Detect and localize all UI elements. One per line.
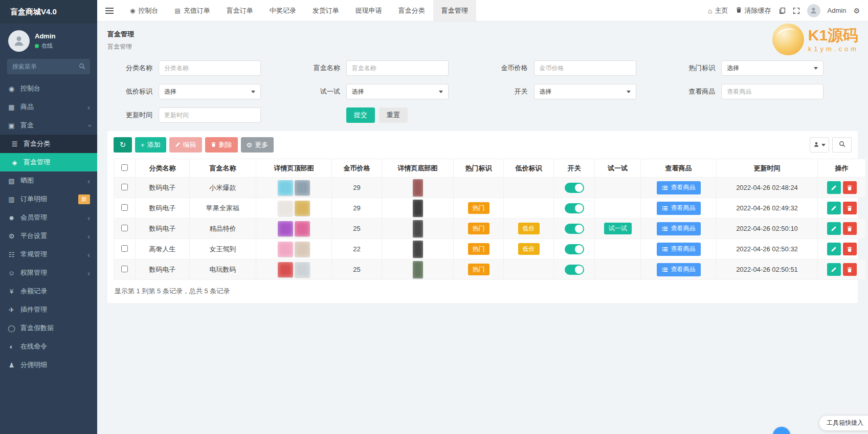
product-image[interactable] — [295, 262, 310, 277]
user-avatar[interactable] — [807, 4, 820, 17]
refresh-button[interactable]: ↻ — [114, 137, 132, 153]
select-all-checkbox[interactable] — [121, 164, 128, 171]
row-delete-button[interactable] — [843, 202, 857, 214]
switch-select[interactable]: 选择 — [534, 84, 636, 99]
sidebar-item-platform-settings[interactable]: ⚙平台设置‹ — [0, 227, 97, 245]
row-edit-button[interactable] — [827, 222, 841, 235]
sidebar-item-photos[interactable]: ▧晒图‹ — [0, 171, 97, 190]
columns-dropdown-button[interactable] — [810, 137, 829, 153]
product-image[interactable] — [413, 241, 423, 258]
sidebar-item-general-manage[interactable]: ☷常规管理‹ — [0, 245, 97, 264]
product-image[interactable] — [278, 180, 293, 196]
sidebar-item-blindbox[interactable]: ▣盲盒‹ — [0, 116, 97, 135]
low-flag-select[interactable]: 选择 — [159, 84, 261, 99]
clear-cache-link[interactable]: 清除缓存 — [736, 6, 771, 15]
try-flag-select[interactable]: 选择 — [346, 84, 449, 99]
row-delete-button[interactable] — [843, 263, 857, 276]
sidebar-item-goods[interactable]: ▦商品‹ — [0, 98, 97, 116]
sidebar-item-label: 在线命令 — [20, 342, 47, 351]
try-badge[interactable]: 试一试 — [604, 223, 632, 234]
menu-search-input[interactable] — [7, 59, 90, 74]
copy-icon[interactable] — [778, 7, 786, 14]
row-edit-button[interactable] — [827, 181, 841, 194]
view-goods-button[interactable]: 查看商品 — [657, 222, 701, 235]
product-image[interactable] — [278, 221, 293, 236]
circle-icon: ◯ — [7, 324, 16, 332]
product-image[interactable] — [295, 221, 310, 236]
sidebar-toggle-button[interactable] — [97, 0, 122, 21]
row-checkbox[interactable] — [121, 266, 128, 272]
enable-switch[interactable] — [565, 203, 584, 213]
row-delete-button[interactable] — [843, 243, 857, 255]
sidebar-item-online-command[interactable]: ◐在线命令 — [0, 337, 97, 356]
product-image[interactable] — [295, 242, 310, 257]
toolbar-edit-button[interactable]: 编辑 — [169, 137, 202, 153]
reset-button[interactable]: 重置 — [379, 107, 408, 123]
toolbox-entry[interactable]: 工具箱快捷入 — [819, 415, 868, 431]
update-time-input[interactable] — [159, 107, 261, 123]
product-image[interactable] — [413, 220, 423, 237]
sidebar-item-commission[interactable]: ♟分佣明细 — [0, 356, 97, 374]
cell-top-images — [256, 198, 332, 219]
enable-switch[interactable] — [565, 224, 584, 234]
topbar-username[interactable]: Admin — [828, 7, 847, 14]
hot-flag-select[interactable]: 选择 — [721, 60, 824, 76]
sidebar-item-balance-records[interactable]: ¥余额记录 — [0, 282, 97, 300]
tab-blindbox-manage[interactable]: 盲盒管理 — [433, 0, 476, 21]
submit-button[interactable]: 提交 — [346, 107, 375, 123]
row-edit-button[interactable] — [827, 243, 841, 255]
sidebar-item-permissions[interactable]: ☺权限管理‹ — [0, 264, 97, 282]
tab-blindbox-category[interactable]: 盲盒分类 — [390, 0, 433, 21]
product-image[interactable] — [413, 261, 423, 278]
sidebar-item-blindbox-manage[interactable]: ◈盲盒管理 — [0, 153, 97, 171]
product-image[interactable] — [278, 242, 293, 257]
platform-gear-icon: ⚙ — [7, 232, 16, 240]
row-checkbox[interactable] — [121, 225, 128, 231]
more-button[interactable]: ⚙ 更多 — [241, 137, 274, 153]
view-goods-button[interactable]: 查看商品 — [657, 202, 701, 215]
product-image[interactable] — [295, 180, 310, 196]
category-name-input[interactable] — [159, 60, 261, 76]
view-goods-button[interactable]: 查看商品 — [657, 243, 701, 256]
tab-withdraw-requests[interactable]: 提现申请 — [347, 0, 390, 21]
sidebar-item-members[interactable]: ☻会员管理‹ — [0, 208, 97, 227]
product-image[interactable] — [278, 262, 293, 277]
tab-blindbox-orders[interactable]: 盲盒订单 — [218, 0, 261, 21]
sidebar-item-order-detail[interactable]: ▥订单明细新 — [0, 190, 97, 208]
sidebar-item-dashboard[interactable]: ◉控制台 — [0, 79, 97, 98]
sidebar-item-plugins[interactable]: ✈插件管理 — [0, 300, 97, 319]
cell-category: 数码电子 — [136, 219, 190, 239]
enable-switch[interactable] — [565, 244, 584, 254]
view-goods-input[interactable] — [721, 84, 824, 99]
add-button[interactable]: + 添加 — [135, 137, 166, 153]
toggle-search-button[interactable] — [832, 137, 852, 153]
row-checkbox[interactable] — [121, 245, 128, 252]
enable-switch[interactable] — [565, 183, 584, 193]
tab-dashboard[interactable]: ◉控制台 — [122, 0, 166, 21]
row-delete-button[interactable] — [843, 181, 857, 194]
sidebar-item-blindbox-category[interactable]: ☰盲盒分类 — [0, 135, 97, 153]
product-image[interactable] — [413, 179, 423, 197]
view-goods-button[interactable]: 查看商品 — [657, 181, 701, 194]
row-checkbox[interactable] — [121, 184, 128, 190]
gear-icon[interactable]: ⚙ — [853, 7, 860, 14]
toolbar-delete-button[interactable]: 删除 — [205, 137, 238, 153]
row-delete-button[interactable] — [843, 222, 857, 235]
home-icon: ⌂ — [708, 7, 712, 14]
row-checkbox[interactable] — [121, 204, 128, 211]
enable-switch[interactable] — [565, 265, 584, 275]
view-goods-button[interactable]: 查看商品 — [657, 263, 701, 276]
tab-prize-records[interactable]: 中奖记录 — [261, 0, 304, 21]
box-name-input[interactable] — [346, 60, 449, 76]
row-edit-button[interactable] — [827, 202, 841, 214]
tab-shipping-orders[interactable]: 发货订单 — [304, 0, 347, 21]
product-image[interactable] — [278, 201, 293, 216]
product-image[interactable] — [295, 201, 310, 216]
row-edit-button[interactable] — [827, 263, 841, 276]
tab-recharge-orders[interactable]: ▤充值订单 — [166, 0, 218, 21]
sidebar-item-fake-data[interactable]: ◯盲盒假数据 — [0, 319, 97, 337]
product-image[interactable] — [413, 200, 423, 217]
fullscreen-icon[interactable] — [793, 7, 800, 14]
home-link[interactable]: ⌂ 主页 — [708, 6, 728, 15]
coin-price-input[interactable] — [534, 60, 636, 76]
